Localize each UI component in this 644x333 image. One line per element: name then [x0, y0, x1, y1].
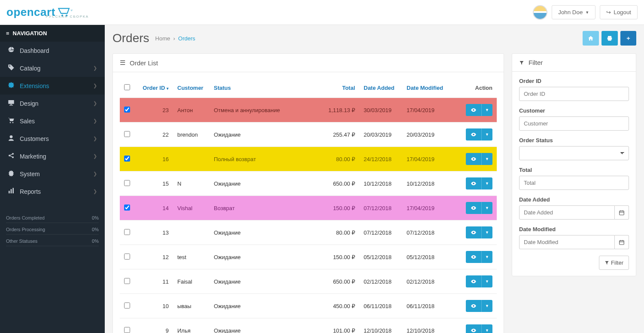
filter-total-input[interactable]: [519, 176, 629, 190]
row-menu-button[interactable]: ▼: [481, 300, 492, 312]
user-menu-button[interactable]: John Doe ▼: [552, 5, 595, 19]
row-checkbox[interactable]: [124, 302, 130, 309]
col-date-modified[interactable]: Date Modified: [407, 85, 443, 91]
sidebar-item-catalog[interactable]: Catalog❯: [0, 59, 105, 77]
row-menu-button[interactable]: ▼: [481, 226, 492, 238]
sidebar-item-extensions[interactable]: Extensions❯: [0, 77, 105, 95]
row-checkbox[interactable]: [124, 229, 130, 235]
row-checkbox[interactable]: [124, 156, 130, 162]
stat-label: Orders Completed: [6, 215, 45, 220]
row-menu-button[interactable]: ▼: [481, 324, 492, 333]
caret-down-icon: ▼: [485, 279, 489, 284]
stat-row: Orders Processing0%: [6, 223, 99, 235]
sidebar-item-marketing[interactable]: Marketing❯: [0, 147, 105, 165]
row-menu-button[interactable]: ▼: [481, 177, 492, 189]
col-order-id[interactable]: Order ID ▾: [143, 85, 169, 91]
filter-date-modified-input[interactable]: [519, 235, 615, 249]
sidebar-item-design[interactable]: Design❯: [0, 95, 105, 112]
svg-point-8: [10, 135, 13, 138]
svg-point-23: [473, 232, 474, 233]
view-button[interactable]: [466, 153, 481, 165]
sidebar-item-dashboard[interactable]: Dashboard: [0, 42, 105, 59]
row-checkbox[interactable]: [124, 107, 130, 113]
view-button[interactable]: [466, 275, 481, 287]
date-modified-picker-button[interactable]: [615, 235, 629, 249]
row-menu-button[interactable]: ▼: [481, 104, 492, 116]
col-customer[interactable]: Customer: [177, 85, 204, 91]
sidebar-item-customers[interactable]: Customers❯: [0, 130, 105, 147]
stat-label: Other Statuses: [6, 238, 37, 244]
filter-status-select[interactable]: [519, 146, 629, 160]
stat-value: 0%: [92, 227, 99, 232]
row-checkbox[interactable]: [124, 180, 130, 186]
breadcrumb-current[interactable]: Orders: [178, 35, 195, 42]
date-added-picker-button[interactable]: [615, 205, 629, 220]
logout-button[interactable]: ↪ Logout: [600, 5, 638, 19]
eye-icon: [471, 156, 477, 162]
table-row: 13Ожидание80.00 ₽07/12/201807/12/2018▼: [120, 220, 497, 245]
caret-down-icon: ▼: [485, 328, 489, 333]
view-button[interactable]: [466, 324, 481, 333]
cell-order-id: 23: [134, 98, 173, 122]
row-menu-button[interactable]: ▼: [481, 275, 492, 287]
breadcrumb-home[interactable]: Home: [155, 35, 170, 42]
cell-date-added: 20/03/2019: [359, 122, 402, 147]
row-menu-button[interactable]: ▼: [481, 153, 492, 165]
col-total[interactable]: Total: [342, 85, 355, 91]
row-checkbox[interactable]: [124, 327, 130, 333]
view-button[interactable]: [466, 202, 481, 214]
sidebar-item-label: Extensions: [20, 82, 49, 89]
add-button[interactable]: ＋: [620, 31, 636, 46]
filter-date-added-input[interactable]: [519, 205, 615, 220]
sidebar-item-sales[interactable]: Sales❯: [0, 112, 105, 130]
view-button[interactable]: [466, 300, 481, 312]
svg-point-21: [473, 183, 474, 184]
svg-point-18: [473, 109, 474, 111]
svg-rect-12: [9, 191, 10, 193]
avatar[interactable]: [533, 5, 547, 20]
row-actions: ▼: [466, 104, 492, 116]
view-button[interactable]: [466, 177, 481, 189]
svg-rect-3: [8, 100, 14, 104]
dashboard-icon: [8, 46, 15, 55]
select-all-checkbox[interactable]: [124, 84, 130, 90]
chevron-right-icon: ❯: [93, 153, 97, 159]
print-icon: [607, 35, 613, 41]
sidebar-item-reports[interactable]: Reports❯: [0, 183, 105, 200]
filter-customer-input[interactable]: [519, 116, 629, 131]
view-button[interactable]: [466, 226, 481, 238]
svg-point-6: [10, 122, 11, 123]
filter-button[interactable]: Filter: [599, 256, 629, 270]
caret-down-icon: ▼: [485, 255, 489, 259]
user-area: John Doe ▼ ↪ Logout: [533, 5, 638, 20]
view-button[interactable]: [466, 251, 481, 263]
filter-order-id-input[interactable]: [519, 87, 629, 101]
tag-icon: [8, 64, 15, 72]
row-menu-button[interactable]: ▼: [481, 251, 492, 263]
row-checkbox[interactable]: [124, 205, 130, 211]
row-checkbox[interactable]: [124, 254, 130, 260]
filter-date-added-label: Date Added: [519, 196, 629, 203]
row-actions: ▼: [466, 153, 492, 165]
svg-rect-5: [9, 105, 13, 105]
cell-date-modified: 07/12/2018: [402, 220, 454, 245]
col-date-added[interactable]: Date Added: [364, 85, 395, 91]
view-button[interactable]: [466, 104, 481, 116]
sidebar-item-system[interactable]: System❯: [0, 165, 105, 183]
svg-point-27: [473, 330, 474, 331]
row-menu-button[interactable]: ▼: [481, 128, 492, 141]
print-button[interactable]: [601, 31, 618, 46]
cell-customer: Faisal: [173, 269, 210, 294]
row-checkbox[interactable]: [124, 131, 130, 137]
row-actions: ▼: [466, 275, 492, 287]
caret-down-icon: ▼: [485, 108, 489, 112]
sidebar-item-label: Dashboard: [20, 47, 49, 54]
filter-panel: Filter Order ID Customer Order Status: [512, 53, 636, 276]
col-status[interactable]: Status: [214, 85, 231, 91]
sidebar-item-label: Catalog: [20, 65, 40, 72]
row-menu-button[interactable]: ▼: [481, 202, 492, 214]
home-button[interactable]: [583, 31, 599, 46]
stat-value: 0%: [92, 238, 99, 244]
row-checkbox[interactable]: [124, 278, 130, 284]
view-button[interactable]: [466, 128, 481, 141]
